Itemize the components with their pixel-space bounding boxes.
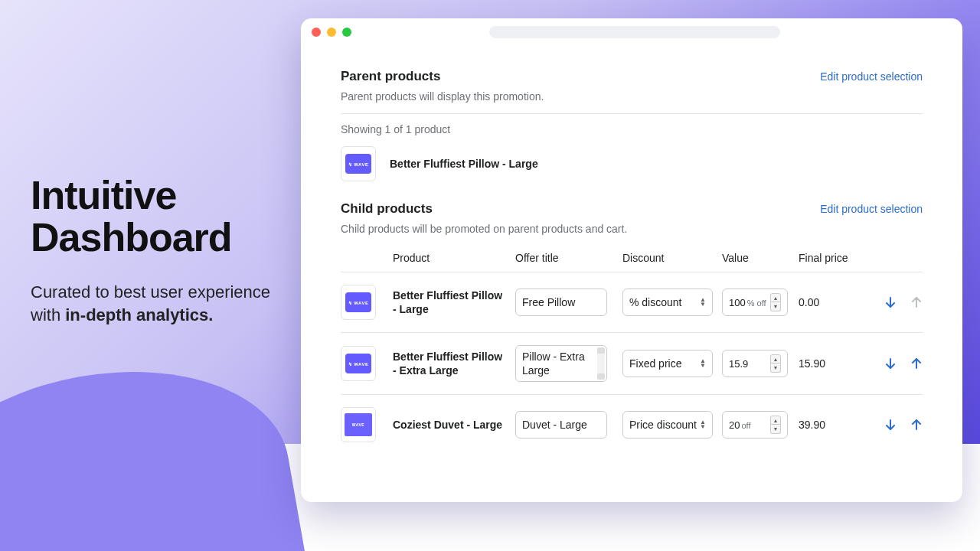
value-suffix: off [741, 421, 750, 430]
child-section-description: Child products will be promoted on paren… [341, 223, 923, 235]
marketing-heading: Intuitive Dashboard [31, 174, 291, 258]
col-product: Product [393, 252, 515, 264]
discount-select[interactable]: Fixed price▲▼ [622, 350, 713, 377]
step-up-icon[interactable]: ▲ [770, 354, 781, 364]
col-offer-title: Offer title [515, 252, 622, 264]
marketing-copy: Intuitive Dashboard Curated to best user… [31, 174, 291, 327]
step-down-icon[interactable]: ▼ [770, 425, 781, 434]
edit-child-selection-link[interactable]: Edit product selection [820, 203, 923, 215]
product-swatch-icon: WAVE [345, 413, 372, 436]
chevron-updown-icon: ▲▼ [700, 420, 706, 429]
table-row: ↯ WAVEBetter Fluffiest Pillow - Extra La… [341, 332, 923, 394]
table-header: Product Offer title Discount Value Final… [341, 244, 923, 272]
product-thumbnail: ↯ WAVE [341, 146, 376, 181]
col-discount: Discount [622, 252, 722, 264]
product-swatch-icon: ↯ WAVE [345, 292, 371, 312]
parent-product-name: Better Fluffiest Pillow - Large [390, 158, 538, 170]
move-up-button[interactable] [910, 419, 923, 431]
product-name: Better Fluffiest Pillow - Large [393, 289, 515, 316]
move-down-button[interactable] [884, 296, 897, 308]
scrollbar[interactable] [597, 347, 605, 380]
parent-section-title: Parent products [341, 69, 440, 84]
edit-parent-selection-link[interactable]: Edit product selection [820, 70, 923, 83]
canvas: Intuitive Dashboard Curated to best user… [0, 0, 980, 551]
step-up-icon[interactable]: ▲ [770, 293, 781, 302]
step-down-icon[interactable]: ▼ [770, 364, 781, 373]
value-stepper[interactable]: 20off▲▼ [722, 411, 788, 439]
stepper-buttons[interactable]: ▲▼ [770, 416, 781, 434]
window-content: Parent products Edit product selection P… [301, 46, 962, 455]
traffic-lights [312, 28, 351, 37]
child-section-title: Child products [341, 201, 433, 217]
parent-count-line: Showing 1 of 1 product [341, 123, 923, 135]
value-stepper[interactable]: 15.9▲▼ [722, 350, 788, 377]
product-swatch-icon: ↯ WAVE [345, 354, 371, 373]
product-swatch-icon: ↯ WAVE [345, 154, 371, 174]
close-dot-icon[interactable] [312, 28, 321, 37]
address-pill[interactable] [489, 26, 780, 38]
minimize-dot-icon[interactable] [327, 28, 336, 37]
chevron-updown-icon: ▲▼ [700, 359, 706, 367]
app-window: Parent products Edit product selection P… [301, 18, 962, 502]
value-suffix: % off [747, 298, 766, 308]
step-up-icon[interactable]: ▲ [770, 416, 781, 425]
divider [341, 113, 923, 114]
move-up-button[interactable] [910, 357, 923, 370]
chevron-updown-icon: ▲▼ [700, 298, 706, 306]
value-number: 100 [729, 297, 746, 308]
parent-product-row: ↯ WAVE Better Fluffiest Pillow - Large [341, 146, 923, 181]
product-thumbnail: WAVE [341, 407, 376, 442]
discount-select-value: Fixed price [629, 357, 681, 370]
stepper-buttons[interactable]: ▲▼ [770, 293, 781, 311]
product-thumbnail: ↯ WAVE [341, 285, 376, 320]
maximize-dot-icon[interactable] [342, 28, 351, 37]
final-price: 39.90 [799, 419, 875, 431]
move-down-button[interactable] [884, 419, 897, 431]
parent-section-header: Parent products Edit product selection [341, 69, 923, 84]
offer-title-input[interactable]: Duvet - Large [515, 411, 607, 439]
discount-select-value: % discount [629, 296, 681, 308]
final-price: 15.90 [799, 357, 875, 370]
discount-select[interactable]: % discount▲▼ [622, 289, 713, 316]
product-name: Coziest Duvet - Large [393, 418, 515, 432]
col-final-price: Final price [799, 252, 875, 264]
product-name: Better Fluffiest Pillow - Extra Large [393, 350, 515, 377]
marketing-subheading: Curated to best user experience with in-… [31, 281, 291, 326]
move-up-button [910, 296, 923, 308]
value-stepper[interactable]: 100% off▲▼ [722, 289, 788, 316]
value-number: 15.9 [729, 358, 748, 370]
child-products-table: Product Offer title Discount Value Final… [341, 244, 923, 455]
offer-title-input[interactable]: Free Pillow [515, 289, 607, 316]
col-value: Value [722, 252, 799, 264]
product-thumbnail: ↯ WAVE [341, 346, 376, 381]
stepper-buttons[interactable]: ▲▼ [770, 354, 781, 373]
parent-section-description: Parent products will display this promot… [341, 90, 923, 103]
discount-select[interactable]: Price discount▲▼ [622, 411, 713, 439]
discount-select-value: Price discount [629, 419, 697, 431]
window-titlebar [301, 18, 962, 46]
value-number: 20 [729, 419, 740, 431]
child-section-header: Child products Edit product selection [341, 201, 923, 217]
table-row: WAVECoziest Duvet - LargeDuvet - LargePr… [341, 394, 923, 455]
table-row: ↯ WAVEBetter Fluffiest Pillow - LargeFre… [341, 272, 923, 332]
step-down-icon[interactable]: ▼ [770, 302, 781, 311]
offer-title-input[interactable]: Pillow - Extra Large [515, 345, 607, 382]
final-price: 0.00 [799, 296, 875, 308]
move-down-button[interactable] [884, 357, 897, 370]
